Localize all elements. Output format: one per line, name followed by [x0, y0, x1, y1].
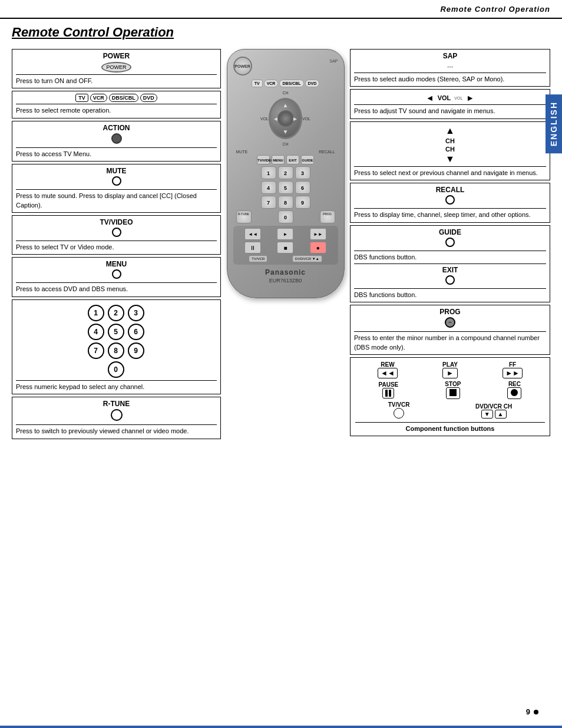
remote-power-button[interactable]: POWER [233, 57, 252, 75]
remote-action-circle[interactable]: ▲ ▼ ◄ ► [269, 98, 302, 139]
ch-down-row: ▼ [445, 154, 455, 164]
exit-title: EXIT [354, 266, 546, 274]
remote-up-arrow[interactable]: ▲ [283, 102, 289, 108]
remote-num-7[interactable]: 7 [261, 196, 276, 209]
remote-left-arrow[interactable]: ◄ [273, 116, 279, 122]
rtune-button-icon[interactable] [111, 409, 123, 421]
num-5[interactable]: 5 [108, 324, 124, 340]
exit-button-icon[interactable] [445, 275, 455, 285]
recall-icon [354, 195, 546, 206]
component-label: Component function buttons [355, 422, 545, 432]
english-tab: ENGLISH [546, 94, 562, 153]
remote-ff-btn[interactable]: ►► [310, 228, 326, 240]
num-8[interactable]: 8 [108, 342, 124, 359]
remote-transport-section: ◄◄ ► ►► ⏸ ■ ● TV/VCR DVD/VCR ▼▲ [233, 226, 338, 265]
pause-icon[interactable] [382, 388, 394, 398]
remote-num-4[interactable]: 4 [261, 181, 276, 194]
remote-play-btn[interactable]: ► [277, 228, 293, 240]
remote-tv-vcr-btn[interactable]: TV/VCR [249, 255, 267, 262]
menu-button-icon[interactable] [112, 269, 121, 279]
remote-pause-btn[interactable]: ⏸ [244, 242, 261, 253]
remote-num-6[interactable]: 6 [295, 181, 310, 194]
power-box: POWER POWER Press to turn ON and OFF. [12, 49, 221, 88]
num-7[interactable]: 7 [88, 342, 104, 359]
ch-down-arrow[interactable]: ▼ [445, 154, 455, 164]
remote-tvvideo-btn[interactable]: TV/VIDEO [257, 155, 270, 164]
num-0[interactable]: 0 [108, 361, 124, 378]
num-2[interactable]: 2 [108, 305, 124, 321]
guide-button-icon[interactable] [445, 238, 455, 247]
mute-description: Press to mute sound. Press to display an… [16, 192, 217, 210]
rew-cell: REW ◄◄ [378, 361, 398, 378]
guide-description: DBS functions button. [354, 253, 546, 262]
num-1[interactable]: 1 [88, 305, 104, 321]
num-9[interactable]: 9 [128, 342, 144, 359]
vol-description: Press to adjust TV sound and navigate in… [354, 107, 546, 116]
rtune-box: R-TUNE Press to switch to previously vie… [12, 397, 221, 439]
remote-vcr-btn[interactable]: VCR [264, 80, 279, 87]
remote-num-1[interactable]: 1 [261, 166, 276, 179]
remote-recall-label: RECALL [319, 150, 335, 154]
remote-prog-btn[interactable]: PROG [320, 210, 335, 223]
remote-rtune-btn[interactable]: R-TUNE [236, 210, 252, 223]
remote-down-arrow[interactable]: ▼ [283, 129, 289, 135]
ch-arrows: ▲ CH CH ▼ [354, 126, 546, 164]
tv-source-btn[interactable]: TV [75, 94, 88, 102]
remote-dvd-ch-btn[interactable]: DVD/VCR ▼▲ [292, 255, 322, 262]
remote-stop-btn[interactable]: ■ [277, 242, 293, 253]
remote-dvd-btn[interactable]: DVD [305, 80, 320, 87]
rec-icon[interactable] [507, 387, 521, 399]
vcr-source-btn[interactable]: VCR [90, 94, 107, 102]
remote-action-inner[interactable] [277, 110, 294, 127]
vol-right-arrow[interactable]: ► [466, 93, 474, 103]
remote-num-5[interactable]: 5 [278, 181, 293, 194]
mute-box: MUTE Press to mute sound. Press to displ… [12, 164, 221, 213]
num-4[interactable]: 4 [88, 324, 104, 340]
remote-right-arrow[interactable]: ► [292, 116, 298, 122]
remote-exit-btn[interactable]: EXIT [286, 155, 299, 164]
num-3[interactable]: 3 [128, 305, 144, 321]
ff-icon[interactable]: ►► [503, 368, 523, 378]
power-title: POWER [16, 52, 217, 60]
remote-guide-btn[interactable]: GUIDE [301, 155, 314, 164]
stop-icon[interactable] [446, 387, 460, 399]
tv-vcr-icon[interactable] [394, 408, 404, 419]
remote-rew-btn[interactable]: ◄◄ [244, 228, 261, 240]
sap-dots-icon[interactable]: ··· [447, 62, 453, 71]
num-6[interactable]: 6 [128, 324, 144, 340]
play-icon[interactable]: ► [442, 368, 458, 378]
remote-source-row: TV VCR DBS/CBL DVD [233, 80, 338, 87]
ch-up-arrow[interactable]: ▲ [445, 126, 455, 136]
right-column: SAP ··· Press to select audio modes (Ste… [350, 49, 550, 439]
tv-video-box: TV/VIDEO Press to select TV or Video mod… [12, 215, 221, 255]
vol-left-arrow[interactable]: ◄ [426, 93, 434, 103]
remote-nav-area: CH VOL ▲ ▼ ◄ ► VOL CH [260, 91, 310, 146]
dvd-ch-up-btn[interactable]: ▲ [495, 410, 507, 419]
action-button-icon[interactable] [111, 133, 122, 144]
rtune-description: Press to switch to previously viewed cha… [16, 427, 217, 436]
tv-video-button-icon[interactable] [112, 228, 121, 237]
dbs-source-btn[interactable]: DBS/CBL [109, 94, 138, 102]
rtune-icon [16, 409, 217, 423]
remote-menu-btn[interactable]: MENU [272, 155, 285, 164]
remote-rec-btn[interactable]: ● [310, 242, 326, 253]
header-title: Remote Control Operation [440, 5, 550, 14]
dvd-source-btn[interactable]: DVD [140, 94, 157, 102]
remote-mute-recall-row: MUTE RECALL [233, 150, 338, 154]
remote-num-8[interactable]: 8 [278, 196, 293, 209]
remote-num-3[interactable]: 3 [295, 166, 310, 179]
prog-button-icon[interactable] [445, 317, 455, 328]
remote-num-9[interactable]: 9 [295, 196, 310, 209]
power-button-icon[interactable]: POWER [101, 62, 131, 73]
remote-tv-btn[interactable]: TV [252, 80, 263, 87]
remote-num-2[interactable]: 2 [278, 166, 293, 179]
remote-mute-label: MUTE [236, 150, 248, 154]
recall-button-icon[interactable] [445, 195, 455, 205]
guide-title: GUIDE [354, 228, 546, 236]
rew-icon[interactable]: ◄◄ [378, 368, 398, 378]
dvd-ch-down-btn[interactable]: ▼ [481, 410, 493, 419]
remote-zero-btn[interactable]: 0 [278, 210, 293, 223]
remote-dbs-btn[interactable]: DBS/CBL [279, 80, 303, 87]
mute-button-icon[interactable] [112, 176, 121, 186]
recall-description: Press to display time, channel, sleep ti… [354, 210, 546, 219]
